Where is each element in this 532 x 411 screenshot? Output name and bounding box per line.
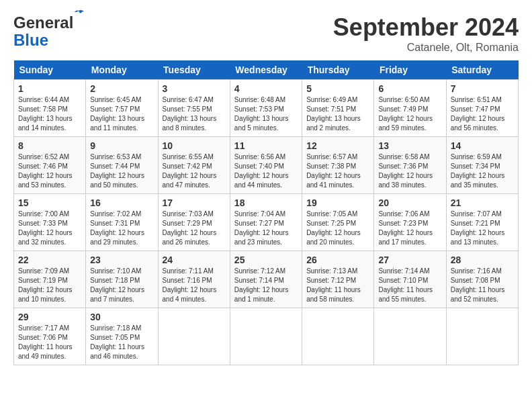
empty-cell [374,308,446,365]
day-24: 24 Sunrise: 7:11 AMSunset: 7:16 PMDaylig… [158,251,230,308]
empty-cell [158,308,230,365]
day-3: 3 Sunrise: 6:47 AMSunset: 7:55 PMDayligh… [158,80,230,137]
calendar-row: 29 Sunrise: 7:17 AMSunset: 7:06 PMDaylig… [14,308,519,365]
day-12: 12 Sunrise: 6:57 AMSunset: 7:38 PMDaylig… [302,137,374,194]
day-10: 10 Sunrise: 6:55 AMSunset: 7:42 PMDaylig… [158,137,230,194]
day-17: 17 Sunrise: 7:03 AMSunset: 7:29 PMDaylig… [158,194,230,251]
day-22: 22 Sunrise: 7:09 AMSunset: 7:19 PMDaylig… [14,251,86,308]
day-8: 8 Sunrise: 6:52 AMSunset: 7:46 PMDayligh… [14,137,86,194]
calendar-header-row: Sunday Monday Tuesday Wednesday Thursday… [14,60,519,80]
logo-blue: Blue [13,31,48,50]
day-18: 18 Sunrise: 7:04 AMSunset: 7:27 PMDaylig… [230,194,302,251]
day-20: 20 Sunrise: 7:06 AMSunset: 7:23 PMDaylig… [374,194,446,251]
logo: General Blue [13,13,73,50]
calendar-row: 22 Sunrise: 7:09 AMSunset: 7:19 PMDaylig… [14,251,519,308]
col-thursday: Thursday [302,60,374,80]
day-27: 27 Sunrise: 7:14 AMSunset: 7:10 PMDaylig… [374,251,446,308]
day-19: 19 Sunrise: 7:05 AMSunset: 7:25 PMDaylig… [302,194,374,251]
col-sunday: Sunday [14,60,86,80]
day-1: 1 Sunrise: 6:44 AMSunset: 7:58 PMDayligh… [14,80,86,137]
day-11: 11 Sunrise: 6:56 AMSunset: 7:40 PMDaylig… [230,137,302,194]
day-7: 7 Sunrise: 6:51 AMSunset: 7:47 PMDayligh… [446,80,518,137]
day-2: 2 Sunrise: 6:45 AMSunset: 7:57 PMDayligh… [86,80,158,137]
calendar-row: 15 Sunrise: 7:00 AMSunset: 7:33 PMDaylig… [14,194,519,251]
col-saturday: Saturday [446,60,518,80]
day-16: 16 Sunrise: 7:02 AMSunset: 7:31 PMDaylig… [86,194,158,251]
location: Catanele, Olt, Romania [333,42,519,54]
col-friday: Friday [374,60,446,80]
day-15: 15 Sunrise: 7:00 AMSunset: 7:33 PMDaylig… [14,194,86,251]
calendar-row: 8 Sunrise: 6:52 AMSunset: 7:46 PMDayligh… [14,137,519,194]
col-monday: Monday [86,60,158,80]
day-4: 4 Sunrise: 6:48 AMSunset: 7:53 PMDayligh… [230,80,302,137]
empty-cell [446,308,518,365]
day-5: 5 Sunrise: 6:49 AMSunset: 7:51 PMDayligh… [302,80,374,137]
day-21: 21 Sunrise: 7:07 AMSunset: 7:21 PMDaylig… [446,194,518,251]
day-13: 13 Sunrise: 6:58 AMSunset: 7:36 PMDaylig… [374,137,446,194]
calendar-row: 1 Sunrise: 6:44 AMSunset: 7:58 PMDayligh… [14,80,519,137]
day-9: 9 Sunrise: 6:53 AMSunset: 7:44 PMDayligh… [86,137,158,194]
day-29: 29 Sunrise: 7:17 AMSunset: 7:06 PMDaylig… [14,308,86,365]
day-23: 23 Sunrise: 7:10 AMSunset: 7:18 PMDaylig… [86,251,158,308]
logo-general: General [13,13,73,32]
day-14: 14 Sunrise: 6:59 AMSunset: 7:34 PMDaylig… [446,137,518,194]
day-26: 26 Sunrise: 7:13 AMSunset: 7:12 PMDaylig… [302,251,374,308]
logo-bird-icon [72,8,85,21]
title-section: September 2024 Catanele, Olt, Romania [333,13,519,54]
day-30: 30 Sunrise: 7:18 AMSunset: 7:05 PMDaylig… [86,308,158,365]
calendar-table: Sunday Monday Tuesday Wednesday Thursday… [13,60,519,365]
col-wednesday: Wednesday [230,60,302,80]
header: General Blue September 2024 Catanele, Ol… [13,13,519,54]
day-6: 6 Sunrise: 6:50 AMSunset: 7:49 PMDayligh… [374,80,446,137]
month-title: September 2024 [333,13,519,42]
page-container: General Blue September 2024 Catanele, Ol… [13,13,519,365]
empty-cell [302,308,374,365]
day-28: 28 Sunrise: 7:16 AMSunset: 7:08 PMDaylig… [446,251,518,308]
day-25: 25 Sunrise: 7:12 AMSunset: 7:14 PMDaylig… [230,251,302,308]
empty-cell [230,308,302,365]
col-tuesday: Tuesday [158,60,230,80]
